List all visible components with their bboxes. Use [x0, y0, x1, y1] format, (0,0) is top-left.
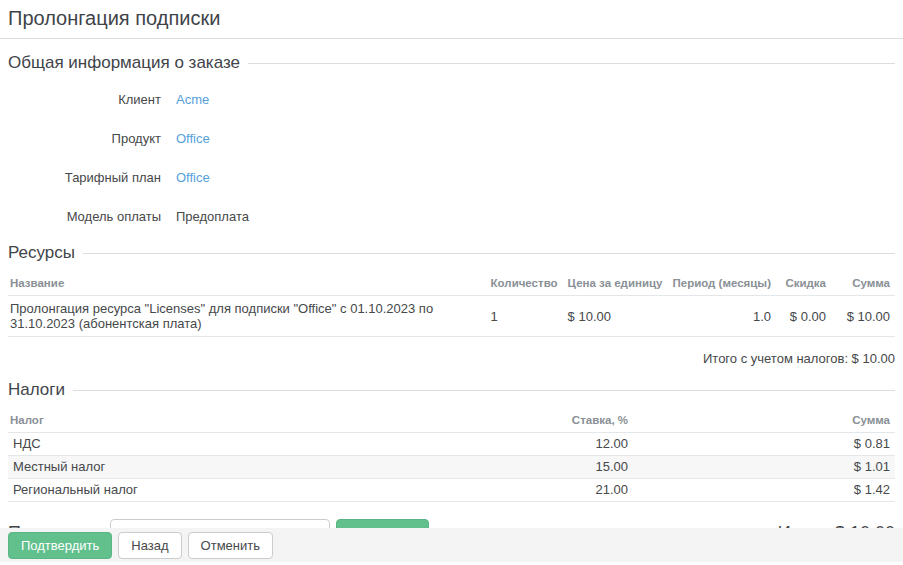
resource-discount-cell: $ 0.00 [776, 296, 831, 337]
form-row-tariff-plan: Тарифный план Office [8, 164, 895, 190]
col-header-discount: Скидка [776, 269, 831, 296]
footer-action-bar: Подтвердить Назад Отменить [0, 528, 903, 562]
section-taxes-title: Налоги [8, 380, 65, 400]
col-header-unit-price: Цена за единицу [563, 269, 668, 296]
section-general-info-title: Общая информация о заказе [8, 53, 240, 73]
col-header-rate: Ставка, % [513, 406, 633, 433]
confirm-button[interactable]: Подтвердить [8, 532, 112, 559]
col-header-period: Период (месяцы) [667, 269, 776, 296]
tax-rate-cell: 15.00 [513, 456, 633, 479]
client-link[interactable]: Acme [176, 92, 209, 107]
section-general-info: Общая информация о заказе [8, 53, 895, 73]
tax-name-cell: Местный налог [8, 456, 513, 479]
tax-sum-cell: $ 1.42 [633, 479, 895, 502]
resource-name-cell: Пролонгация ресурса "Licenses" для подпи… [8, 296, 486, 337]
form-row-payment-model: Модель оплаты Предоплата [8, 203, 895, 229]
tax-name-cell: НДС [8, 433, 513, 456]
page-header: Пролонгация подписки [0, 0, 903, 39]
resource-quantity-cell: 1 [486, 296, 563, 337]
order-form: Клиент Acme Продукт Office Тарифный план… [8, 86, 895, 229]
col-header-name: Название [8, 269, 486, 296]
section-taxes: Налоги [8, 380, 895, 400]
resource-sum-cell: $ 10.00 [831, 296, 895, 337]
taxes-table-header-row: Налог Ставка, % Сумма [8, 406, 895, 433]
total-with-taxes: Итого с учетом налогов: $ 10.00 [8, 351, 895, 366]
tax-rate-cell: 21.00 [513, 479, 633, 502]
tariff-plan-link[interactable]: Office [176, 170, 210, 185]
payment-model-value: Предоплата [176, 209, 249, 224]
col-header-quantity: Количество [486, 269, 563, 296]
resources-table-header-row: Название Количество Цена за единицу Пери… [8, 269, 895, 296]
taxes-table: Налог Ставка, % Сумма НДС 12.00 $ 0.81 М… [8, 406, 895, 502]
section-divider [83, 253, 895, 254]
section-resources-title: Ресурсы [8, 243, 75, 263]
cancel-button[interactable]: Отменить [188, 532, 273, 559]
product-label: Продукт [8, 131, 176, 146]
col-header-tax: Налог [8, 406, 513, 433]
payment-model-label: Модель оплаты [8, 209, 176, 224]
tax-name-cell: Региональный налог [8, 479, 513, 502]
form-row-product: Продукт Office [8, 125, 895, 151]
tax-row-vat: НДС 12.00 $ 0.81 [8, 433, 895, 456]
resource-row: Пролонгация ресурса "Licenses" для подпи… [8, 296, 895, 337]
tax-row-regional: Региональный налог 21.00 $ 1.42 [8, 479, 895, 502]
resources-table: Название Количество Цена за единицу Пери… [8, 269, 895, 337]
tax-sum-cell: $ 0.81 [633, 433, 895, 456]
section-divider [73, 390, 895, 391]
main-content: Общая информация о заказе Клиент Acme Пр… [0, 53, 903, 548]
page-title: Пролонгация подписки [8, 7, 895, 30]
section-divider [248, 63, 895, 64]
back-button[interactable]: Назад [118, 532, 181, 559]
col-header-tax-sum: Сумма [633, 406, 895, 433]
form-row-client: Клиент Acme [8, 86, 895, 112]
product-link[interactable]: Office [176, 131, 210, 146]
col-header-sum: Сумма [831, 269, 895, 296]
resource-period-cell: 1.0 [667, 296, 776, 337]
section-resources: Ресурсы [8, 243, 895, 263]
tariff-plan-label: Тарифный план [8, 170, 176, 185]
tax-row-local: Местный налог 15.00 $ 1.01 [8, 456, 895, 479]
tax-sum-cell: $ 1.01 [633, 456, 895, 479]
client-label: Клиент [8, 92, 176, 107]
tax-rate-cell: 12.00 [513, 433, 633, 456]
resource-unit-price-cell: $ 10.00 [563, 296, 668, 337]
